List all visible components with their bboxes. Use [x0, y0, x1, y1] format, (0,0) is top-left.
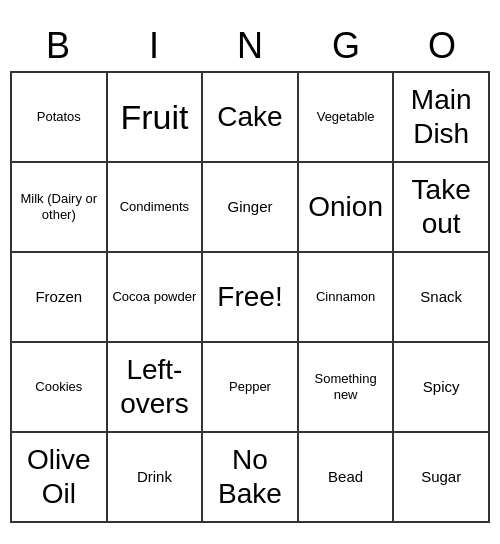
bingo-cell-r0-c3: Vegetable: [299, 73, 395, 163]
bingo-cell-r1-c3: Onion: [299, 163, 395, 253]
bingo-cell-r1-c4: Take out: [394, 163, 490, 253]
bingo-cell-r3-c4: Spicy: [394, 343, 490, 433]
bingo-cell-r3-c2: Pepper: [203, 343, 299, 433]
bingo-cell-r4-c2: No Bake: [203, 433, 299, 523]
bingo-cell-r0-c2: Cake: [203, 73, 299, 163]
bingo-cell-r3-c3: Something new: [299, 343, 395, 433]
bingo-cell-r4-c1: Drink: [108, 433, 204, 523]
bingo-cell-r0-c1: Fruit: [108, 73, 204, 163]
bingo-cell-r2-c0: Frozen: [12, 253, 108, 343]
header-letter-b: B: [10, 21, 106, 71]
header-letter-o: O: [394, 21, 490, 71]
bingo-cell-r4-c4: Sugar: [394, 433, 490, 523]
bingo-cell-r1-c0: Milk (Dairy or other): [12, 163, 108, 253]
bingo-grid: PotatosFruitCakeVegetableMain DishMilk (…: [10, 71, 490, 523]
bingo-cell-r4-c0: Olive Oil: [12, 433, 108, 523]
bingo-cell-r1-c2: Ginger: [203, 163, 299, 253]
header-letter-i: I: [106, 21, 202, 71]
bingo-cell-r4-c3: Bead: [299, 433, 395, 523]
bingo-cell-r2-c2: Free!: [203, 253, 299, 343]
bingo-cell-r1-c1: Condiments: [108, 163, 204, 253]
bingo-cell-r0-c4: Main Dish: [394, 73, 490, 163]
bingo-cell-r2-c1: Cocoa powder: [108, 253, 204, 343]
bingo-cell-r3-c1: Left-overs: [108, 343, 204, 433]
bingo-cell-r0-c0: Potatos: [12, 73, 108, 163]
bingo-card: BINGO PotatosFruitCakeVegetableMain Dish…: [10, 21, 490, 523]
header-letter-n: N: [202, 21, 298, 71]
bingo-cell-r3-c0: Cookies: [12, 343, 108, 433]
header-letter-g: G: [298, 21, 394, 71]
bingo-header: BINGO: [10, 21, 490, 71]
bingo-cell-r2-c4: Snack: [394, 253, 490, 343]
bingo-cell-r2-c3: Cinnamon: [299, 253, 395, 343]
